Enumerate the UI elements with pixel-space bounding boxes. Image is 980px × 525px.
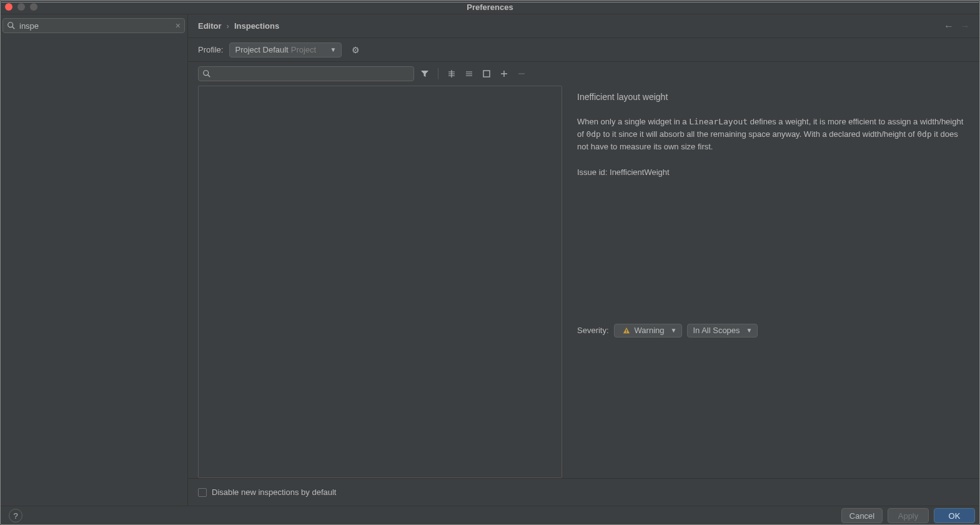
project-scope-icon [285, 22, 294, 30]
inspection-tree[interactable] [198, 86, 562, 478]
breadcrumb: Editor › Inspections ← → [188, 14, 980, 38]
